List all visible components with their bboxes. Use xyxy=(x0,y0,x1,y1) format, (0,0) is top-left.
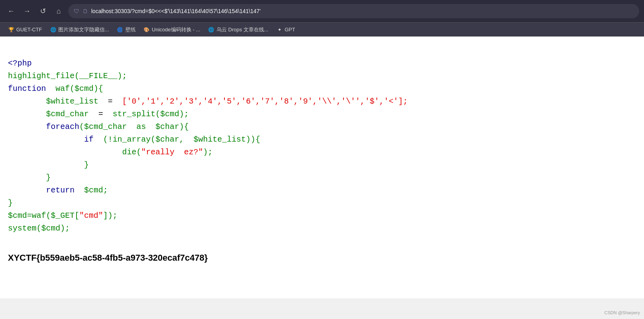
bookmark-guet-ctf-label: GUET-CTF xyxy=(16,27,42,33)
close-brace-3: } xyxy=(8,198,13,208)
die-call: die( xyxy=(122,148,141,157)
img-steg-icon: 🌐 xyxy=(50,27,56,33)
str-split-call: str_split($cmd); xyxy=(113,110,189,119)
flag-output: XYCTF{b559aeb5-ac58-4fb5-a973-320ecaf7c4… xyxy=(8,251,636,265)
unicode-icon: 🎨 xyxy=(144,27,150,33)
cmd-assign-close: ]); xyxy=(103,211,117,220)
address-bar[interactable]: 🛡 🗋 xyxy=(68,4,639,18)
close-brace-2: } xyxy=(46,173,51,182)
bookmark-img-steganography[interactable]: 🌐 图片添加文字隐藏信... xyxy=(47,25,112,35)
function-keyword: function xyxy=(8,84,46,93)
assign-op2: = xyxy=(98,110,103,119)
wuyun-icon: 🌐 xyxy=(208,27,215,33)
wallpaper-icon: 🌀 xyxy=(117,27,123,33)
return-keyword: return xyxy=(46,186,75,195)
shield-icon: 🛡 xyxy=(74,8,79,14)
get-key: "cmd" xyxy=(79,211,103,220)
highlight-file-call: highlight_file(__FILE__); xyxy=(8,71,127,81)
bookmark-wuyun[interactable]: 🌐 乌云 Drops 文章在线... xyxy=(205,25,272,35)
bookmark-img-steg-label: 图片添加文字隐藏信... xyxy=(58,26,109,33)
die-close: ); xyxy=(203,148,213,157)
assign-op: = xyxy=(98,97,113,106)
die-string: "really ez?" xyxy=(141,148,203,157)
cmd-assign: $cmd=waf($_GET[ xyxy=(8,211,79,220)
home-button[interactable]: ⌂ xyxy=(52,5,65,17)
browser-chrome: ← → ↺ ⌂ 🛡 🗋 🏆 GUET-CTF 🌐 图片添加文字隐藏信... 🌀 … xyxy=(0,0,644,37)
cmd-char-var: $cmd_char xyxy=(46,110,89,119)
watermark: CSDN @Sharpery xyxy=(604,310,640,315)
foreach-keyword: foreach xyxy=(46,122,79,131)
return-value: $cmd; xyxy=(84,186,108,195)
bookmark-wallpaper-label: 壁纸 xyxy=(125,26,136,33)
if-keyword: if xyxy=(84,135,94,144)
bookmark-wallpaper[interactable]: 🌀 壁纸 xyxy=(114,25,139,35)
white-list-var: $white_list xyxy=(46,97,98,106)
gpt-icon: ✦ xyxy=(276,27,283,33)
nav-bar: ← → ↺ ⌂ 🛡 🗋 xyxy=(0,0,644,22)
bookmark-unicode-label: Unicode编码转换 - ... xyxy=(152,26,200,33)
system-call: system($cmd); xyxy=(8,224,70,233)
if-expr: (!in_array($char, $white_list)){ xyxy=(103,135,260,144)
white-list-value: ['0','1','2','3','4','5','6','7','8','9'… xyxy=(122,97,408,106)
url-input[interactable] xyxy=(91,8,634,14)
page-icon: 🗋 xyxy=(82,8,88,14)
bookmark-gpt-label: GPT xyxy=(285,27,295,33)
reload-button[interactable]: ↺ xyxy=(36,5,49,17)
function-name: waf($cmd){ xyxy=(46,84,103,93)
back-button[interactable]: ← xyxy=(5,5,17,17)
php-open: <?php xyxy=(8,59,32,68)
bookmark-guet-ctf[interactable]: 🏆 GUET-CTF xyxy=(5,25,45,34)
code-block: <?php highlight_file(__FILE__); function… xyxy=(8,44,636,248)
page-content: <?php highlight_file(__FILE__); function… xyxy=(0,37,644,298)
foreach-expr: ($cmd_char as $char){ xyxy=(79,122,189,131)
close-brace-1: } xyxy=(84,160,89,169)
guet-ctf-icon: 🏆 xyxy=(8,27,14,33)
bookmark-gpt[interactable]: ✦ GPT xyxy=(273,25,299,34)
bookmark-wuyun-label: 乌云 Drops 文章在线... xyxy=(217,26,268,33)
forward-button[interactable]: → xyxy=(21,5,33,17)
bookmark-unicode[interactable]: 🎨 Unicode编码转换 - ... xyxy=(140,25,203,35)
bookmarks-bar: 🏆 GUET-CTF 🌐 图片添加文字隐藏信... 🌀 壁纸 🎨 Unicode… xyxy=(0,22,644,37)
